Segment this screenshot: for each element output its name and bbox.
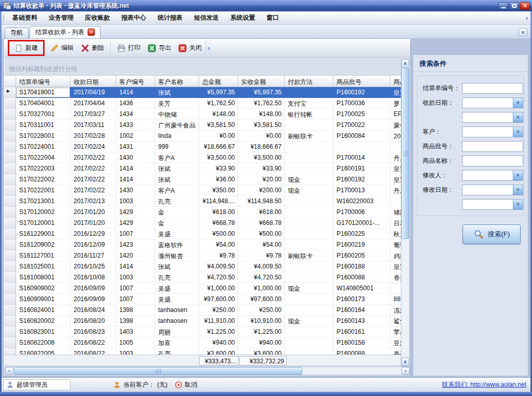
cell[interactable]: S160824001 <box>16 305 71 316</box>
cell[interactable] <box>390 283 401 294</box>
cell[interactable] <box>285 337 333 348</box>
cell[interactable]: ¥9.78 <box>199 250 238 261</box>
cell[interactable]: S160820002 <box>16 316 71 327</box>
cell[interactable]: ¥148.00 <box>238 109 285 120</box>
cell[interactable]: P1600161 <box>333 327 390 337</box>
cell[interactable]: 2017/02/28 <box>71 131 116 142</box>
cell[interactable]: S170228001 <box>16 131 71 142</box>
scroll-right-arrow-icon[interactable]: › <box>401 367 410 375</box>
combo-field[interactable]: ˅ <box>462 112 523 123</box>
cell[interactable]: S170419001 <box>16 87 71 98</box>
cell[interactable] <box>285 327 333 337</box>
cell[interactable]: 蓝格软件 <box>155 239 199 250</box>
column-header[interactable]: 付款方法 <box>285 76 333 87</box>
column-header[interactable]: 实收金额 <box>238 76 285 87</box>
cell[interactable] <box>285 261 333 272</box>
cell[interactable]: ¥18,666.67 <box>238 142 285 152</box>
cell[interactable]: 2016/10/08 <box>71 272 116 283</box>
cell[interactable]: 2016/11/27 <box>71 250 116 261</box>
cell[interactable]: P1700013 <box>333 185 390 196</box>
cell[interactable]: ¥3,500.00 <box>199 152 238 163</box>
cell[interactable]: 999 <box>155 142 199 152</box>
cell[interactable]: 支付宝 <box>285 98 333 109</box>
combo-field[interactable]: ˅ <box>462 170 523 181</box>
cell[interactable]: W140805001 <box>333 283 390 294</box>
cell[interactable]: 2016/08/23 <box>71 327 116 337</box>
table-row[interactable]: S1610250012016/10/251414张斌¥4,009.50¥4,00… <box>5 261 401 272</box>
cell[interactable]: ¥36.00 <box>199 174 238 185</box>
cell[interactable]: 2017/02/22 <box>71 174 116 185</box>
dropdown-button[interactable]: ˅ <box>513 112 523 122</box>
table-row[interactable]: S1702220012017/02/221430客户A¥350.00¥200.0… <box>5 185 401 196</box>
horizontal-scrollbar-thumb[interactable] <box>14 367 302 375</box>
cell[interactable]: 2017/04/04 <box>71 98 116 109</box>
cell[interactable]: 1414 <box>116 174 155 185</box>
cell[interactable]: 1430 <box>116 152 155 163</box>
cell[interactable]: G170120001-... <box>333 218 390 229</box>
cell[interactable]: P1600173 <box>333 294 390 305</box>
cell[interactable]: ¥618.00 <box>238 207 285 218</box>
table-row[interactable]: S1702130012017/02/131003孔亮¥114,948....¥1… <box>5 196 401 207</box>
cell[interactable]: 2017/01/20 <box>71 218 116 229</box>
cell[interactable]: 2017/03/11 <box>71 120 116 131</box>
cell[interactable]: 中物储 <box>155 109 199 120</box>
cell[interactable]: 1002 <box>116 131 155 142</box>
cell[interactable]: 客户A <box>155 185 199 196</box>
cell[interactable]: ¥54.00 <box>199 239 238 250</box>
cell[interactable]: 2017/01/20 <box>71 207 116 218</box>
cell[interactable]: P1600188 <box>333 261 390 272</box>
column-header[interactable]: 客户编号 <box>116 76 155 87</box>
table-row[interactable]: S1608220062016/08/221005加喜¥940.00¥940.00… <box>5 337 401 348</box>
cell[interactable]: P1600205 <box>333 250 390 261</box>
toolbar-overflow-chevron-icon[interactable]: › <box>205 40 212 56</box>
cell[interactable]: 1007 <box>116 229 155 239</box>
cell[interactable] <box>285 207 333 218</box>
cell[interactable]: ¥3,581.50 <box>199 120 238 131</box>
tab-navigation[interactable]: 导航 <box>5 27 29 38</box>
cell[interactable] <box>285 294 333 305</box>
cell[interactable]: ¥350.00 <box>199 185 238 196</box>
cell[interactable]: ¥3,600.00 <box>238 348 285 355</box>
cell[interactable]: 1430 <box>116 185 155 196</box>
cell[interactable]: 苹果 <box>390 327 401 337</box>
cell[interactable]: 1398 <box>116 316 155 327</box>
cell[interactable]: P1600088 <box>333 272 390 283</box>
menu-overflow-chevron-icon[interactable]: › <box>523 15 530 22</box>
combo-field[interactable]: ˅ <box>462 199 523 210</box>
contact-link[interactable]: 联系我们: http://www.aolan.net <box>442 380 526 389</box>
cell[interactable]: ¥4,009.50 <box>199 261 238 272</box>
table-row[interactable]: S1702220032017/02/221414张斌¥33.90¥33.90P1… <box>5 163 401 174</box>
menu-item[interactable]: 报表中心 <box>116 11 152 24</box>
cell[interactable] <box>285 163 333 174</box>
minimize-button[interactable] <box>498 2 508 10</box>
table-row[interactable]: S1702220022017/02/221414张斌¥36.00¥20.00现金… <box>5 174 401 185</box>
cell[interactable]: P1600225 <box>333 229 390 239</box>
cell[interactable]: 张斌 <box>155 163 199 174</box>
cell[interactable]: 1423 <box>116 239 155 250</box>
cell[interactable]: tanhaosen <box>155 305 199 316</box>
cell[interactable]: 1007 <box>116 294 155 305</box>
cell[interactable]: 银行转帐 <box>285 109 333 120</box>
cell[interactable] <box>285 272 333 283</box>
cell[interactable]: 1414 <box>116 261 155 272</box>
cell[interactable]: 2016/08/22 <box>71 348 116 355</box>
cell[interactable]: ¥1,762.50 <box>238 98 285 109</box>
cell[interactable]: ¥148.00 <box>199 109 238 120</box>
cell[interactable]: S160822005 <box>16 348 71 355</box>
cell[interactable]: 1431 <box>116 142 155 152</box>
cell[interactable]: ¥20.00 <box>238 174 285 185</box>
cell[interactable]: ¥9.78 <box>238 250 285 261</box>
cell[interactable]: S170222001 <box>16 185 71 196</box>
cell[interactable]: ¥1,000.00 <box>238 283 285 294</box>
cell[interactable]: P1700036 <box>333 98 390 109</box>
cell[interactable]: ¥500.00 <box>199 229 238 239</box>
cell[interactable]: 周丽 <box>155 327 199 337</box>
cell[interactable]: S161209002 <box>16 239 71 250</box>
cell[interactable]: 1403 <box>116 327 155 337</box>
cell[interactable]: 孔亮 <box>155 272 199 283</box>
column-header[interactable]: 客户名称 <box>155 76 199 87</box>
cell[interactable]: ¥500.00 <box>238 229 285 239</box>
cell[interactable]: 1433 <box>116 120 155 131</box>
menu-item[interactable]: 应收账款 <box>79 11 116 24</box>
cell[interactable]: 秋刀鱼 <box>390 229 401 239</box>
